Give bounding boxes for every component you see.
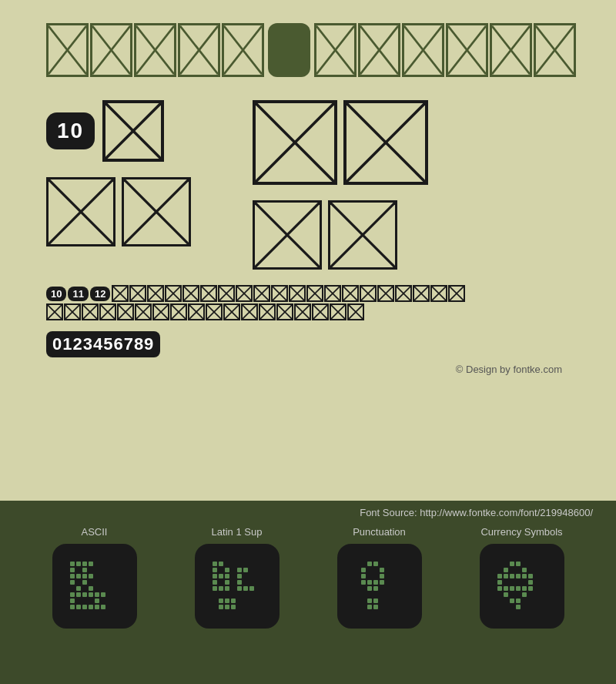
svg-rect-114 [82,562,87,566]
svg-rect-196 [516,586,521,591]
large-cross-1 [102,100,164,162]
svg-rect-142 [213,568,217,572]
svg-rect-198 [528,586,533,591]
mini-badge-10: 10 [46,287,66,301]
svg-rect-115 [89,562,93,566]
category-latin-label: Latin 1 Sup [212,526,263,538]
svg-rect-127 [76,592,81,597]
mini-cross-20 [448,285,465,302]
small-glyph-row: 10 11 12 [46,285,570,302]
medium-cross-pair-left [46,177,191,246]
svg-rect-137 [89,605,93,609]
title-glyph-12 [534,23,576,77]
title-glyph-1 [46,23,89,77]
mini-cross-19 [430,285,447,302]
number-dots-row: 0123456789 [46,331,570,357]
svg-rect-119 [76,574,81,578]
svg-rect-162 [231,598,236,603]
mini-cross-17 [395,285,412,302]
svg-rect-140 [213,562,217,566]
svg-rect-152 [237,568,242,572]
category-icons-row: ASCII [0,518,616,635]
svg-rect-158 [249,586,254,591]
mini-cross-3 [147,285,164,302]
mini-cross-37 [330,303,346,320]
svg-rect-141 [219,562,223,566]
mini-cross-7 [218,285,235,302]
svg-rect-118 [70,574,75,578]
medium-cross-2 [122,177,191,246]
svg-rect-186 [504,574,508,578]
digit-badge-0: 0123456789 [46,331,160,357]
svg-rect-128 [82,592,87,597]
svg-rect-195 [510,586,514,591]
medium-cross-3 [253,200,322,270]
category-punctuation[interactable]: Punctuation [337,526,422,629]
mini-cross-5 [182,285,199,302]
svg-rect-193 [497,586,502,591]
svg-rect-181 [510,562,514,566]
svg-rect-190 [528,574,533,578]
mini-cross-14 [342,285,359,302]
font-source-text: Font Source: http://www.fontke.com/font/… [0,501,616,518]
svg-rect-153 [243,568,248,572]
svg-rect-156 [237,586,242,591]
mini-cross-21 [46,303,63,320]
category-latin[interactable]: Latin 1 Sup [195,526,280,629]
copyright-text: © Design by fontke.com [46,364,570,375]
title-glyph-3 [134,23,176,77]
category-currency-icon [480,544,564,629]
svg-rect-121 [89,574,93,578]
svg-rect-169 [361,574,366,578]
svg-rect-167 [361,568,366,572]
svg-rect-164 [225,605,229,609]
mini-cross-34 [276,303,293,320]
mini-badge-11: 11 [68,287,88,301]
category-latin-icon [195,544,280,629]
svg-rect-200 [522,592,527,597]
preview-left: 10 [46,100,191,270]
category-ascii-icon [52,544,137,629]
svg-rect-170 [380,574,384,578]
svg-rect-143 [225,568,229,572]
svg-rect-149 [213,586,217,591]
mini-cross-2 [129,285,146,302]
large-cross-3 [343,100,428,185]
svg-rect-124 [76,586,81,591]
svg-rect-203 [516,605,521,609]
medium-cross-4 [328,200,397,270]
category-currency[interactable]: Currency Symbols [480,526,564,629]
mini-cross-27 [152,303,169,320]
svg-rect-161 [219,605,223,609]
number-badge-10: 10 [46,112,95,149]
mini-cross-30 [206,303,223,320]
mini-cross-12 [306,285,323,302]
svg-rect-113 [76,562,81,566]
category-punctuation-icon [337,544,422,629]
mini-cross-9 [253,285,270,302]
svg-rect-145 [219,574,223,578]
svg-rect-144 [213,574,217,578]
mini-cross-15 [360,285,377,302]
category-punctuation-label: Punctuation [353,526,406,538]
title-glyph-11 [490,23,532,77]
svg-rect-188 [516,574,521,578]
mini-cross-31 [223,303,240,320]
svg-rect-187 [510,574,514,578]
category-currency-label: Currency Symbols [480,526,562,538]
svg-rect-194 [504,586,508,591]
svg-rect-174 [380,580,384,585]
svg-rect-147 [213,580,217,585]
category-ascii[interactable]: ASCII [52,526,137,629]
mini-cross-29 [188,303,205,320]
svg-rect-191 [497,580,502,585]
title-glyph-8 [358,23,400,77]
svg-rect-177 [367,598,372,603]
svg-rect-176 [373,586,378,591]
mini-cross-23 [82,303,99,320]
title-glyph-2 [90,23,132,77]
title-glyph-4 [178,23,220,77]
svg-rect-189 [522,574,527,578]
svg-rect-192 [528,580,533,585]
title-glyph-row [46,23,570,77]
